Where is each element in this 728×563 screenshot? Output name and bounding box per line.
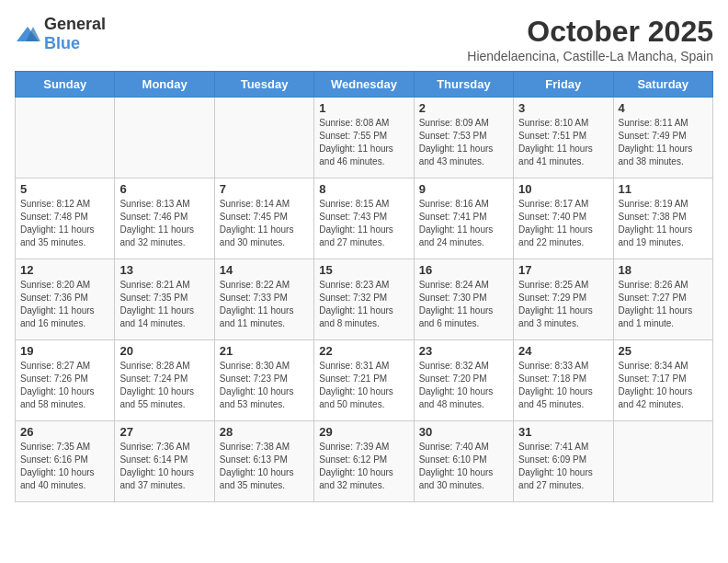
title-area: October 2025 Hiendelaencina, Castille-La… xyxy=(467,15,713,63)
col-tuesday: Tuesday xyxy=(214,72,313,98)
day-content: Sunrise: 8:16 AMSunset: 7:41 PMDaylight:… xyxy=(419,198,508,249)
calendar-cell: 9Sunrise: 8:16 AMSunset: 7:41 PMDaylight… xyxy=(414,178,513,259)
calendar-cell: 22Sunrise: 8:31 AMSunset: 7:21 PMDayligh… xyxy=(314,340,414,421)
calendar-cell: 12Sunrise: 8:20 AMSunset: 7:36 PMDayligh… xyxy=(16,259,115,340)
calendar-cell: 27Sunrise: 7:36 AMSunset: 6:14 PMDayligh… xyxy=(115,421,214,502)
day-number: 12 xyxy=(20,263,109,277)
day-number: 5 xyxy=(20,182,109,196)
day-number: 4 xyxy=(619,101,708,115)
day-number: 20 xyxy=(119,344,209,358)
day-number: 16 xyxy=(419,263,508,277)
calendar-cell xyxy=(214,98,313,178)
day-content: Sunrise: 8:34 AMSunset: 7:17 PMDaylight:… xyxy=(619,360,708,411)
week-row-5: 26Sunrise: 7:35 AMSunset: 6:16 PMDayligh… xyxy=(16,421,713,502)
logo-blue: Blue xyxy=(44,34,80,52)
day-content: Sunrise: 8:10 AMSunset: 7:51 PMDaylight:… xyxy=(518,117,608,168)
calendar-cell: 23Sunrise: 8:32 AMSunset: 7:20 PMDayligh… xyxy=(414,340,513,421)
day-content: Sunrise: 8:08 AMSunset: 7:55 PMDaylight:… xyxy=(319,117,408,168)
col-saturday: Saturday xyxy=(613,72,712,98)
day-number: 11 xyxy=(619,182,708,196)
calendar-cell: 25Sunrise: 8:34 AMSunset: 7:17 PMDayligh… xyxy=(613,340,712,421)
day-number: 9 xyxy=(419,182,508,196)
calendar-cell: 14Sunrise: 8:22 AMSunset: 7:33 PMDayligh… xyxy=(214,259,313,340)
week-row-1: 1Sunrise: 8:08 AMSunset: 7:55 PMDaylight… xyxy=(16,98,713,178)
day-number: 2 xyxy=(419,101,508,115)
logo-general: General xyxy=(44,15,106,33)
day-content: Sunrise: 8:33 AMSunset: 7:18 PMDaylight:… xyxy=(518,360,608,411)
day-number: 30 xyxy=(419,425,508,439)
logo: General Blue xyxy=(15,15,106,53)
day-content: Sunrise: 8:24 AMSunset: 7:30 PMDaylight:… xyxy=(419,279,508,330)
day-content: Sunrise: 7:38 AMSunset: 6:13 PMDaylight:… xyxy=(220,441,309,492)
day-number: 8 xyxy=(319,182,408,196)
day-number: 22 xyxy=(319,344,408,358)
day-content: Sunrise: 8:28 AMSunset: 7:24 PMDaylight:… xyxy=(119,360,209,411)
col-thursday: Thursday xyxy=(414,72,513,98)
day-content: Sunrise: 8:32 AMSunset: 7:20 PMDaylight:… xyxy=(419,360,508,411)
week-row-4: 19Sunrise: 8:27 AMSunset: 7:26 PMDayligh… xyxy=(16,340,713,421)
week-row-3: 12Sunrise: 8:20 AMSunset: 7:36 PMDayligh… xyxy=(16,259,713,340)
day-content: Sunrise: 7:35 AMSunset: 6:16 PMDaylight:… xyxy=(20,441,109,492)
calendar-table: Sunday Monday Tuesday Wednesday Thursday… xyxy=(15,71,713,502)
col-sunday: Sunday xyxy=(16,72,115,98)
day-number: 23 xyxy=(419,344,508,358)
day-number: 27 xyxy=(119,425,209,439)
calendar-cell xyxy=(115,98,214,178)
day-number: 31 xyxy=(518,425,608,439)
calendar-cell: 5Sunrise: 8:12 AMSunset: 7:48 PMDaylight… xyxy=(16,178,115,259)
calendar-cell: 7Sunrise: 8:14 AMSunset: 7:45 PMDaylight… xyxy=(214,178,313,259)
day-number: 13 xyxy=(119,263,209,277)
logo-icon xyxy=(15,25,40,43)
day-content: Sunrise: 7:36 AMSunset: 6:14 PMDaylight:… xyxy=(119,441,209,492)
header-row: Sunday Monday Tuesday Wednesday Thursday… xyxy=(16,72,713,98)
col-wednesday: Wednesday xyxy=(314,72,414,98)
day-content: Sunrise: 8:23 AMSunset: 7:32 PMDaylight:… xyxy=(319,279,408,330)
day-number: 25 xyxy=(619,344,708,358)
day-number: 7 xyxy=(220,182,309,196)
calendar-cell: 31Sunrise: 7:41 AMSunset: 6:09 PMDayligh… xyxy=(514,421,613,502)
day-content: Sunrise: 8:21 AMSunset: 7:35 PMDaylight:… xyxy=(119,279,209,330)
day-number: 3 xyxy=(518,101,608,115)
calendar-subtitle: Hiendelaencina, Castille-La Mancha, Spai… xyxy=(467,49,713,63)
day-number: 21 xyxy=(220,344,309,358)
day-content: Sunrise: 8:31 AMSunset: 7:21 PMDaylight:… xyxy=(319,360,408,411)
calendar-cell: 1Sunrise: 8:08 AMSunset: 7:55 PMDaylight… xyxy=(314,98,414,178)
week-row-2: 5Sunrise: 8:12 AMSunset: 7:48 PMDaylight… xyxy=(16,178,713,259)
calendar-cell: 17Sunrise: 8:25 AMSunset: 7:29 PMDayligh… xyxy=(514,259,613,340)
day-content: Sunrise: 8:22 AMSunset: 7:33 PMDaylight:… xyxy=(220,279,309,330)
day-content: Sunrise: 8:09 AMSunset: 7:53 PMDaylight:… xyxy=(419,117,508,168)
col-monday: Monday xyxy=(115,72,214,98)
day-content: Sunrise: 8:15 AMSunset: 7:43 PMDaylight:… xyxy=(319,198,408,249)
day-content: Sunrise: 8:19 AMSunset: 7:38 PMDaylight:… xyxy=(619,198,708,249)
calendar-cell: 19Sunrise: 8:27 AMSunset: 7:26 PMDayligh… xyxy=(16,340,115,421)
calendar-title: October 2025 xyxy=(467,15,713,49)
calendar-cell: 20Sunrise: 8:28 AMSunset: 7:24 PMDayligh… xyxy=(115,340,214,421)
day-content: Sunrise: 8:26 AMSunset: 7:27 PMDaylight:… xyxy=(619,279,708,330)
calendar-cell: 16Sunrise: 8:24 AMSunset: 7:30 PMDayligh… xyxy=(414,259,513,340)
day-number: 6 xyxy=(119,182,209,196)
calendar-cell: 13Sunrise: 8:21 AMSunset: 7:35 PMDayligh… xyxy=(115,259,214,340)
day-content: Sunrise: 8:14 AMSunset: 7:45 PMDaylight:… xyxy=(220,198,309,249)
calendar-cell: 10Sunrise: 8:17 AMSunset: 7:40 PMDayligh… xyxy=(514,178,613,259)
day-content: Sunrise: 7:40 AMSunset: 6:10 PMDaylight:… xyxy=(419,441,508,492)
calendar-cell: 26Sunrise: 7:35 AMSunset: 6:16 PMDayligh… xyxy=(16,421,115,502)
day-number: 26 xyxy=(20,425,109,439)
header: General Blue October 2025 Hiendelaencina… xyxy=(15,15,713,63)
day-content: Sunrise: 8:25 AMSunset: 7:29 PMDaylight:… xyxy=(518,279,608,330)
calendar-cell: 6Sunrise: 8:13 AMSunset: 7:46 PMDaylight… xyxy=(115,178,214,259)
day-content: Sunrise: 8:13 AMSunset: 7:46 PMDaylight:… xyxy=(119,198,209,249)
day-number: 28 xyxy=(220,425,309,439)
day-content: Sunrise: 8:30 AMSunset: 7:23 PMDaylight:… xyxy=(220,360,309,411)
calendar-cell: 2Sunrise: 8:09 AMSunset: 7:53 PMDaylight… xyxy=(414,98,513,178)
day-number: 1 xyxy=(319,101,408,115)
calendar-cell: 3Sunrise: 8:10 AMSunset: 7:51 PMDaylight… xyxy=(514,98,613,178)
calendar-cell: 30Sunrise: 7:40 AMSunset: 6:10 PMDayligh… xyxy=(414,421,513,502)
col-friday: Friday xyxy=(514,72,613,98)
calendar-cell: 8Sunrise: 8:15 AMSunset: 7:43 PMDaylight… xyxy=(314,178,414,259)
day-content: Sunrise: 8:27 AMSunset: 7:26 PMDaylight:… xyxy=(20,360,109,411)
day-content: Sunrise: 8:17 AMSunset: 7:40 PMDaylight:… xyxy=(518,198,608,249)
calendar-cell xyxy=(16,98,115,178)
day-number: 19 xyxy=(20,344,109,358)
calendar-cell: 24Sunrise: 8:33 AMSunset: 7:18 PMDayligh… xyxy=(514,340,613,421)
day-content: Sunrise: 7:39 AMSunset: 6:12 PMDaylight:… xyxy=(319,441,408,492)
